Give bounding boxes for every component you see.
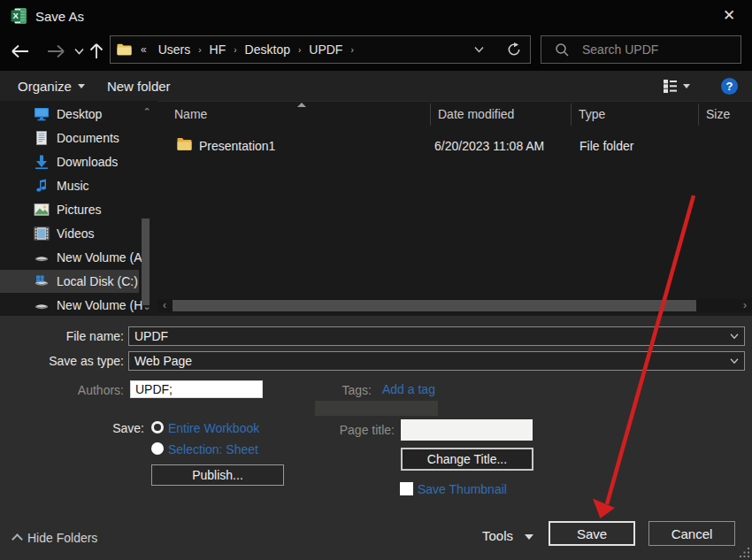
new-folder-button[interactable]: New folder [107, 79, 171, 94]
date-modified-cell: 6/20/2023 11:08 AM [434, 139, 544, 153]
sidebar-item-label: Documents [57, 131, 119, 145]
horizontal-scrollbar-thumb[interactable] [173, 300, 696, 311]
breadcrumb-separator: › [226, 45, 244, 55]
column-header-label: Size [706, 107, 730, 121]
title-bar: X Save As ✕ [0, 0, 752, 32]
pictures-icon [34, 203, 50, 217]
file-name-cell: Presentation1 [199, 139, 275, 153]
sidebar-item-new-volume-a[interactable]: New Volume (A:) [0, 246, 142, 269]
sidebar-item-downloads[interactable]: Downloads [0, 150, 142, 173]
sidebar-item-label: Pictures [57, 203, 102, 217]
address-bar[interactable]: « Users › HF › Desktop › UPDF › [110, 35, 531, 64]
authors-input[interactable]: UPDF; [130, 380, 263, 398]
window-title: Save As [35, 9, 84, 24]
page-title-label: Page title: [340, 423, 395, 437]
change-title-button[interactable]: Change Title... [401, 448, 533, 471]
save-button[interactable]: Save [549, 521, 635, 546]
tools-dropdown-icon[interactable] [525, 534, 533, 540]
save-label: Save: [112, 421, 144, 435]
command-toolbar: Organize New folder ? [0, 71, 752, 101]
file-list-pane: Name Date modified Type Size Presentatio… [157, 101, 752, 316]
search-icon [555, 42, 570, 58]
breadcrumb-hf[interactable]: HF [210, 42, 226, 57]
entire-workbook-radio[interactable] [151, 421, 164, 433]
sidebar-item-documents[interactable]: Documents [0, 127, 142, 150]
sidebar-item-local-disk-c[interactable]: Local Disk (C:) [0, 270, 142, 293]
views-dropdown-icon[interactable] [683, 84, 690, 88]
selection-sheet-label[interactable]: Selection: Sheet [168, 442, 258, 456]
type-cell: File folder [579, 139, 633, 153]
up-icon[interactable] [88, 42, 104, 60]
authors-label: Authors: [78, 383, 124, 397]
breadcrumb-users[interactable]: Users [158, 42, 191, 57]
sidebar-scroll-down-icon[interactable]: ⌄ [140, 299, 154, 313]
refresh-icon[interactable] [507, 42, 521, 57]
file-name-value: UPDF [134, 329, 168, 343]
views-icon[interactable] [663, 79, 678, 94]
drive-icon [34, 298, 50, 312]
file-list-header: Name Date modified Type Size [157, 101, 752, 126]
recent-locations-chevron-icon[interactable] [74, 48, 84, 55]
publish-button[interactable]: Publish... [151, 464, 284, 486]
excel-icon: X [11, 8, 27, 24]
scroll-right-icon[interactable]: › [739, 299, 751, 312]
search-box[interactable]: Search UPDF [541, 35, 741, 64]
resize-grip[interactable] [740, 548, 750, 558]
back-icon[interactable] [11, 43, 30, 59]
breadcrumb-desktop[interactable]: Desktop [245, 42, 290, 57]
sidebar-item-label: Music [57, 179, 89, 193]
downloads-icon [34, 155, 50, 169]
hide-folders-chevron-icon [12, 533, 22, 542]
tags-label: Tags: [342, 383, 372, 397]
organize-button[interactable]: Organize [18, 79, 85, 94]
music-icon [34, 179, 50, 193]
selection-sheet-radio[interactable] [151, 442, 164, 455]
highlight-rect [315, 401, 438, 416]
videos-icon [34, 226, 50, 241]
file-name-combobox[interactable]: UPDF [128, 326, 745, 346]
save-thumbnail-label[interactable]: Save Thumbnail [418, 482, 507, 496]
file-row-presentation1[interactable]: Presentation1 6/20/2023 11:08 AM File fo… [157, 134, 752, 157]
sidebar-scrollbar-thumb[interactable] [142, 219, 150, 305]
os-drive-icon [34, 274, 50, 288]
column-header-label: Name [174, 107, 207, 121]
entire-workbook-label[interactable]: Entire Workbook [168, 421, 259, 435]
save-as-dialog: X Save As ✕ « Users › HF › Desktop [0, 0, 752, 560]
organize-label: Organize [18, 79, 72, 94]
documents-icon [34, 131, 50, 145]
column-header-size[interactable]: Size [698, 102, 752, 127]
drive-icon [34, 250, 50, 265]
address-folder-icon [117, 43, 132, 56]
sidebar-item-desktop[interactable]: Desktop [0, 103, 142, 126]
file-browser: Desktop Documents Downloads [0, 101, 752, 316]
column-header-type[interactable]: Type [571, 102, 698, 127]
sidebar-item-new-volume-h[interactable]: New Volume (H:) [0, 294, 142, 317]
help-icon[interactable]: ? [721, 78, 738, 95]
column-header-name[interactable]: Name [157, 102, 430, 127]
page-title-input[interactable] [401, 419, 533, 441]
sidebar-scroll-up-icon[interactable]: ⌃ [140, 104, 154, 119]
search-placeholder: Search UPDF [582, 42, 658, 57]
forward-icon[interactable] [46, 43, 65, 59]
save-thumbnail-checkbox[interactable] [400, 482, 413, 495]
save-as-type-combobox[interactable]: Web Page [128, 351, 745, 371]
scroll-left-icon[interactable]: ‹ [158, 299, 171, 312]
column-header-date-modified[interactable]: Date modified [430, 102, 571, 127]
save-form-panel: File name: UPDF Save as type: Web Page A… [0, 316, 752, 560]
close-icon[interactable]: ✕ [718, 6, 740, 26]
sidebar-item-pictures[interactable]: Pictures [0, 198, 142, 221]
add-a-tag-link[interactable]: Add a tag [382, 382, 435, 396]
horizontal-scrollbar[interactable]: ‹ › [157, 299, 752, 312]
sidebar-item-music[interactable]: Music [0, 174, 142, 197]
breadcrumb-updf[interactable]: UPDF [309, 42, 342, 57]
navigation-sidebar: Desktop Documents Downloads [0, 101, 157, 316]
column-header-label: Type [579, 107, 605, 121]
sidebar-item-videos[interactable]: Videos [0, 222, 142, 245]
sidebar-item-label: New Volume (A:) [57, 250, 142, 265]
hide-folders-button[interactable]: Hide Folders [27, 531, 97, 545]
address-dropdown-chevron-icon[interactable] [474, 46, 484, 53]
cancel-button[interactable]: Cancel [648, 521, 735, 546]
tools-button[interactable]: Tools [482, 528, 513, 543]
breadcrumb-overflow[interactable]: « [141, 43, 147, 56]
sidebar-item-label: Downloads [57, 155, 118, 169]
